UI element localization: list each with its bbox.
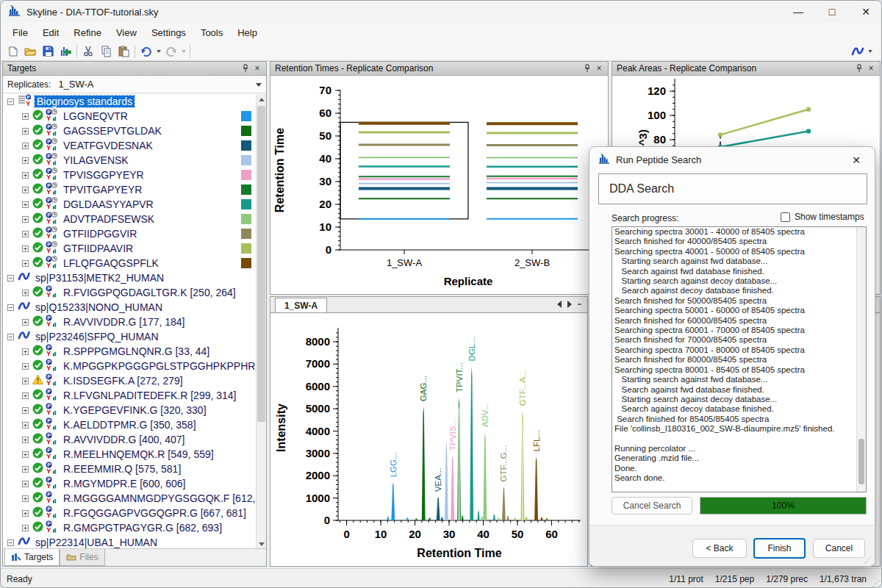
- scroll-down-icon[interactable]: [259, 542, 265, 546]
- collapse-icon[interactable]: −: [7, 275, 14, 282]
- tree-peptide-row[interactable]: +PYK.AELDDTPMR.G [350, 358]: [3, 417, 257, 432]
- tree-peptide-row[interactable]: +PYGAGSSEPVTGLDAK: [3, 123, 257, 138]
- collapse-icon[interactable]: −: [7, 334, 14, 340]
- copy-icon[interactable]: [97, 43, 115, 60]
- cut-icon[interactable]: [79, 43, 97, 60]
- tree-peptide-row[interactable]: +PYR.GMGPGTPAGYGR.G [682, 693]: [3, 520, 257, 535]
- close-icon[interactable]: ×: [251, 63, 263, 74]
- tree-peptide-row[interactable]: +PYLGGNEQVTR: [3, 109, 257, 123]
- menu-tools[interactable]: Tools: [193, 24, 230, 41]
- collapse-icon[interactable]: −: [7, 98, 14, 105]
- tree-peptide-row[interactable]: +PYK.MPGGPKPGGGPGLSTPGGHPKPPHR.G [45, 69…: [3, 359, 257, 373]
- expand-icon[interactable]: +: [22, 319, 29, 326]
- menu-edit[interactable]: Edit: [35, 24, 66, 41]
- dialog-close-icon[interactable]: ✕: [845, 151, 867, 169]
- expand-icon[interactable]: +: [22, 187, 29, 193]
- collapse-icon[interactable]: −: [7, 539, 14, 546]
- expand-icon[interactable]: +: [22, 392, 29, 399]
- tree-peptide-row[interactable]: +PYLFLQFGAQGSPFLK: [3, 256, 257, 270]
- expand-icon[interactable]: +: [22, 378, 29, 384]
- tree-peptide-row[interactable]: +PYR.FGQGGAGPVGGQGPR.G [667, 681]: [3, 506, 257, 520]
- menu-file[interactable]: File: [5, 24, 35, 41]
- chromatogram-chart[interactable]: 0100020003000400050006000700080000102030…: [270, 313, 587, 566]
- expand-icon[interactable]: +: [22, 466, 29, 473]
- cancel-button[interactable]: Cancel: [813, 539, 865, 558]
- undo-dropdown-icon[interactable]: [157, 50, 161, 53]
- pa-panel-header[interactable]: Peak Areas - Replicate Comparison ×: [612, 62, 880, 76]
- checkbox-icon[interactable]: [781, 212, 790, 222]
- expand-icon[interactable]: +: [22, 143, 29, 149]
- expand-icon[interactable]: +: [22, 245, 29, 252]
- tree-peptide-row[interactable]: +PYR.FVIGGPQGDAGLTGR.K [250, 264]: [3, 285, 257, 300]
- paste-icon[interactable]: [115, 43, 132, 60]
- finish-button[interactable]: Finish: [753, 538, 806, 559]
- scrollbar-thumb[interactable]: [257, 106, 265, 422]
- tree-protein-row[interactable]: −sp|Q15233|NONO_HUMAN: [3, 300, 257, 315]
- redo-dropdown-icon[interactable]: [182, 50, 186, 53]
- expand-icon[interactable]: +: [22, 231, 29, 237]
- expand-icon[interactable]: +: [22, 113, 29, 120]
- expand-icon[interactable]: +: [22, 290, 29, 296]
- tab-nav-arrows[interactable]: [557, 301, 581, 308]
- tree-protein-row[interactable]: −sp|P31153|METK2_HUMAN: [3, 270, 257, 285]
- new-document-icon[interactable]: [4, 43, 21, 60]
- tree-peptide-row[interactable]: +PYK.YGEPGEVFINK.G [320, 330]: [3, 403, 257, 417]
- rt-panel-header[interactable]: Retention Times - Replicate Comparison ×: [270, 62, 608, 76]
- log-scrollbar[interactable]: [856, 227, 866, 492]
- expand-icon[interactable]: +: [22, 510, 29, 517]
- pin-icon[interactable]: [581, 63, 593, 74]
- expand-icon[interactable]: +: [22, 201, 29, 208]
- close-button[interactable]: ✕: [849, 1, 882, 23]
- menu-view[interactable]: View: [109, 24, 144, 41]
- tree-peptide-row[interactable]: +PYR.MGYMDPR.E [600, 606]: [3, 476, 257, 491]
- pin-icon[interactable]: [240, 63, 251, 74]
- expand-icon[interactable]: +: [22, 157, 29, 164]
- retention-times-chart[interactable]: 0102030405060701_SW-A2_SW-BRetention Tim…: [270, 76, 608, 294]
- next-tab-icon[interactable]: [567, 301, 572, 308]
- expand-icon[interactable]: +: [22, 451, 29, 458]
- tab-1-sw-a[interactable]: 1_SW-A: [275, 298, 327, 312]
- menu-settings[interactable]: Settings: [144, 24, 193, 41]
- expand-icon[interactable]: +: [22, 481, 29, 487]
- expand-icon[interactable]: +: [22, 348, 29, 355]
- tree-peptide-row[interactable]: +PYR.LFVGNLPADITEDEFK.R [299, 314]: [3, 388, 257, 403]
- menu-help[interactable]: Help: [230, 24, 265, 41]
- maximize-button[interactable]: □: [815, 1, 849, 23]
- redo-icon[interactable]: [162, 43, 180, 60]
- scroll-up-icon[interactable]: [259, 98, 265, 101]
- menu-refine[interactable]: Refine: [66, 24, 109, 41]
- tree-peptide-row[interactable]: +PYR.SPPPGMGLNQNR.G [33, 44]: [3, 344, 257, 359]
- tree-peptide-row[interactable]: +PYR.MEELHNQEMQK.R [549, 559]: [3, 447, 257, 462]
- tree-peptide-row[interactable]: +PYGTFIIDPAAVIR: [3, 241, 257, 256]
- replicates-dropdown[interactable]: 1_SW-A: [58, 79, 93, 90]
- prev-tab-icon[interactable]: [557, 301, 562, 308]
- tree-peptide-row[interactable]: +PYDGLDAASYYAPVR: [3, 197, 257, 212]
- undo-icon[interactable]: [137, 43, 155, 60]
- expand-icon[interactable]: +: [22, 216, 29, 223]
- tree-protein-row[interactable]: −PYBiognosys standards: [3, 94, 257, 109]
- tree-protein-row[interactable]: −sp|P22314|UBA1_HUMAN: [3, 535, 257, 550]
- expand-icon[interactable]: +: [22, 495, 29, 502]
- expand-icon[interactable]: +: [22, 363, 29, 370]
- minimize-button[interactable]: —: [781, 1, 815, 23]
- import-results-icon[interactable]: [57, 43, 74, 60]
- tree-peptide-row[interactable]: +PYR.AVVIVDDR.G [400, 407]: [3, 432, 257, 447]
- expand-icon[interactable]: +: [22, 407, 29, 414]
- tree-peptide-row[interactable]: +PYR.EEEMMIR.Q [575, 581]: [3, 462, 257, 476]
- close-icon[interactable]: ×: [865, 63, 877, 74]
- tree-peptide-row[interactable]: +PYTPVISGGPYEYR: [3, 168, 257, 182]
- tree-peptide-row[interactable]: +PYTPVITGAPYEYR: [3, 182, 257, 197]
- tree-peptide-row[interactable]: +PYR.AVVIVDDR.G [177, 184]: [3, 315, 257, 329]
- tree-protein-row[interactable]: −sp|P23246|SFPQ_HUMAN: [3, 329, 257, 344]
- tree-peptide-row[interactable]: +PYGTFIIDPGGVIR: [3, 226, 257, 241]
- tree-peptide-row[interactable]: +PYADVTPADFSEWSK: [3, 212, 257, 226]
- expand-icon[interactable]: +: [22, 172, 29, 179]
- log-scrollbar-thumb[interactable]: [858, 439, 864, 484]
- expand-icon[interactable]: +: [22, 128, 29, 135]
- expand-icon[interactable]: +: [22, 422, 29, 429]
- tree-peptide-row[interactable]: +PYR.MGGGGAMNMGDPYGSGGQK.F [612, 6: [3, 491, 257, 506]
- open-icon[interactable]: [21, 43, 39, 60]
- pin-icon[interactable]: [853, 63, 865, 74]
- close-icon[interactable]: ×: [593, 63, 605, 74]
- tree-peptide-row[interactable]: +PYVEATFGVDESNAK: [3, 138, 257, 153]
